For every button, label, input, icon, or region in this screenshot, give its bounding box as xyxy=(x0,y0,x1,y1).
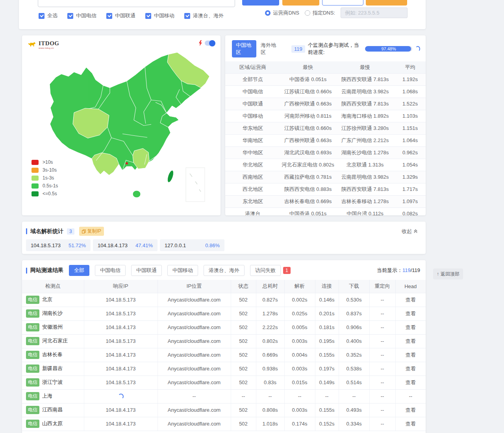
view-head-link[interactable]: 查看 xyxy=(406,379,416,385)
loading-spinner-icon xyxy=(415,46,420,52)
copy-ip-label: 复制IP xyxy=(87,228,101,235)
filter-button[interactable]: 中国联通 xyxy=(131,265,162,276)
dns-ip-chip[interactable]: 127.0.0.10.86% xyxy=(160,239,224,251)
ip-location-cell: Anycast/cloudflare.com xyxy=(158,293,231,307)
view-head-link[interactable]: 查看 xyxy=(406,407,416,413)
toolbar-outline-button[interactable] xyxy=(322,0,363,6)
filter-button[interactable]: 中国电信 xyxy=(95,265,126,276)
tab-overseas-region[interactable]: 海外地区 xyxy=(261,42,277,56)
collapse-button[interactable]: 收起 xyxy=(402,228,418,235)
back-to-top-label: 返回顶部 xyxy=(441,271,460,278)
filter-button[interactable]: 全部 xyxy=(69,265,89,276)
isp-checkbox[interactable]: 中国联通 xyxy=(106,12,135,19)
view-head-link[interactable]: 查看 xyxy=(406,338,416,344)
start-test-button[interactable] xyxy=(242,0,279,6)
region-slowest: 陕西西安联通 7.813s xyxy=(335,73,395,85)
status-cell: 502 xyxy=(231,307,256,320)
dns-ip-percent: 0.86% xyxy=(205,242,220,248)
isp-badge: 电信 xyxy=(26,406,39,414)
node-name: 北京 xyxy=(42,296,52,302)
custom-dns-input[interactable] xyxy=(341,7,408,18)
region-name: 华中地区 xyxy=(225,146,280,159)
view-head-link[interactable]: 查看 xyxy=(406,311,416,316)
status-cell: -- xyxy=(231,389,256,403)
response-ip-cell: 104.18.4.173 xyxy=(84,362,158,376)
legend-label: <=0.5s xyxy=(43,191,57,196)
filter-button[interactable]: 访问失败 xyxy=(250,265,281,276)
fail-count-badge: 1 xyxy=(283,267,291,274)
region-fastest: 广西柳州联通 0.663s xyxy=(280,98,335,110)
region-average: 1.329s xyxy=(395,171,426,183)
display-count: 当前显示：119/119 xyxy=(377,267,420,274)
radio-label: 指定DNS: xyxy=(313,9,335,17)
view-head-link[interactable]: 查看 xyxy=(406,352,416,358)
china-map-card: ITDOG www.itdog.cn xyxy=(22,35,220,215)
speed-results-table: 检测点响应IPIP位置状态总耗时解析连接下载重定向Head 电信北京104.18… xyxy=(22,280,426,431)
region-slowest: 云南昆明电信 3.982s xyxy=(335,85,395,98)
response-ip-cell xyxy=(84,389,158,403)
connect-time-cell: 0.201s xyxy=(315,307,339,320)
toolbar-secondary-button[interactable] xyxy=(282,0,319,6)
node-cell: 电信安徽滁州 xyxy=(22,320,84,334)
isp-checkbox[interactable]: 港澳台、海外 xyxy=(184,12,224,19)
region-row: 全部节点中国香港 0.051s陕西西安联通 7.813s1.192s xyxy=(225,73,426,85)
toolbar-action-button[interactable] xyxy=(366,0,407,6)
tab-china-region[interactable]: 中国地区 xyxy=(232,40,256,57)
ip-location-cell: Anycast/cloudflare.com xyxy=(158,334,231,348)
province-taiwan xyxy=(166,170,174,183)
checkbox-label: 中国联通 xyxy=(115,12,135,19)
filter-button[interactable]: 港澳台、海外 xyxy=(204,265,245,276)
region-fastest: 陕西西安电信 0.883s xyxy=(280,183,335,195)
results-column-header: 响应IP xyxy=(84,280,158,293)
target-host-input[interactable] xyxy=(38,0,235,7)
resolve-time-cell: 0.174s xyxy=(284,417,315,431)
response-ip-cell: 104.18.5.173 xyxy=(84,307,158,320)
map-mode-toggle[interactable] xyxy=(205,41,215,46)
view-head-link[interactable]: 查看 xyxy=(406,421,416,427)
arrow-up-icon: ↑ xyxy=(437,271,439,277)
dns-ip-percent: 51.72% xyxy=(69,242,86,248)
resolve-time-cell: 0.005s xyxy=(284,320,315,334)
dns-ip-chip[interactable]: 104.18.4.17347.41% xyxy=(93,239,158,251)
download-time-cell: 0.906s xyxy=(339,320,369,334)
view-head-link[interactable]: 查看 xyxy=(406,324,416,330)
redirect-cell: -- xyxy=(369,348,395,362)
isp-checkbox[interactable]: 全选 xyxy=(39,12,57,19)
region-slowest: 海南海口移动 1.892s xyxy=(335,110,395,122)
collapse-label: 收起 xyxy=(402,228,412,235)
download-time-cell: 0.334s xyxy=(339,417,369,431)
region-slowest: 云南昆明电信 3.982s xyxy=(335,171,395,183)
total-time-cell: 0.83s xyxy=(256,376,284,389)
dns-ip-chip[interactable]: 104.18.5.17351.72% xyxy=(26,239,91,251)
region-row: 中国移动河南郑州移动 0.811s海南海口移动 1.892s1.103s xyxy=(225,110,426,122)
copy-ip-button[interactable]: 复制IP xyxy=(79,227,104,236)
ip-location-cell: Anycast/cloudflare.com xyxy=(158,348,231,362)
region-slowest: 吉林长春移动 1.278s xyxy=(335,195,395,207)
resolve-time-cell: 0.015s xyxy=(284,376,315,389)
isp-checkbox[interactable]: 中国电信 xyxy=(67,12,96,19)
back-to-top-button[interactable]: ↑ 返回顶部 xyxy=(433,268,463,279)
region-column-header: 区域/运营商 xyxy=(225,61,280,73)
view-head-link[interactable]: 查看 xyxy=(406,366,416,372)
display-count-current: 119 xyxy=(402,267,411,273)
dns-radio[interactable]: 指定DNS: xyxy=(305,9,335,17)
status-cell: 502 xyxy=(231,362,256,376)
filter-button[interactable]: 中国移动 xyxy=(167,265,198,276)
results-header: 网站测速结果 全部中国电信中国联通中国移动港澳台、海外访问失败1 当前显示：11… xyxy=(22,260,426,280)
ip-location-cell: Anycast/cloudflare.com xyxy=(158,376,231,389)
status-cell: 502 xyxy=(231,320,256,334)
region-name: 港澳台 xyxy=(225,207,280,215)
region-fastest: 吉林长春电信 0.669s xyxy=(280,195,335,207)
radio-icon xyxy=(305,10,310,16)
display-count-total: /119 xyxy=(411,267,420,273)
connect-time-cell: 0.195s xyxy=(315,334,339,348)
download-time-cell: 0.493s xyxy=(339,403,369,417)
dns-radio[interactable]: 运营商DNS xyxy=(265,9,299,17)
download-time-cell: 0.837s xyxy=(339,307,369,320)
head-cell: 查看 xyxy=(395,403,426,417)
node-name: 新疆昌吉 xyxy=(42,365,63,371)
view-head-link[interactable]: 查看 xyxy=(406,297,416,303)
isp-checkbox[interactable]: 中国移动 xyxy=(145,12,174,19)
results-column-header: 检测点 xyxy=(22,280,84,293)
legend-item: <=0.5s xyxy=(32,190,58,198)
